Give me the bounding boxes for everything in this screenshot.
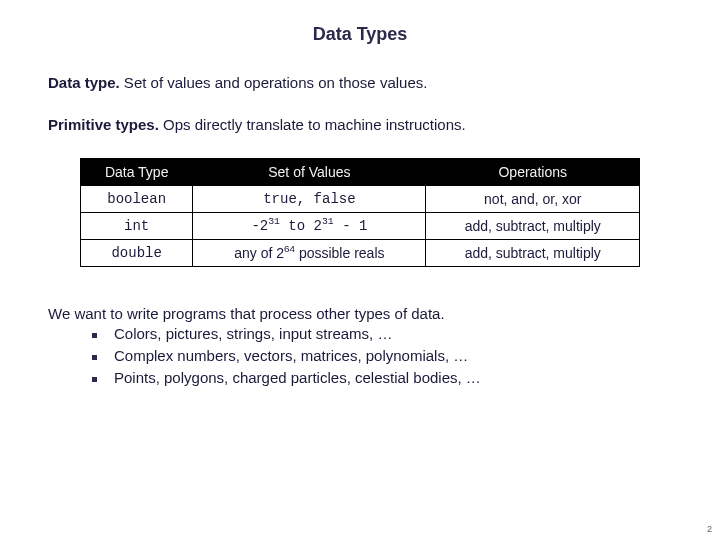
definition-line: Data type. Set of values and operations … [48,73,672,93]
cell-values: true, false [193,185,426,212]
primitive-line: Primitive types. Ops directly translate … [48,115,672,135]
definition-term: Data type. [48,74,120,91]
slide: Data Types Data type. Set of values and … [0,0,720,388]
table-header-row: Data Type Set of Values Operations [81,158,640,185]
cell-values: any of 264 possible reals [193,239,426,266]
col-datatype: Data Type [81,158,193,185]
want-lead: We want to write programs that process o… [48,305,672,322]
col-setvalues: Set of Values [193,158,426,185]
want-list: Colors, pictures, strings, input streams… [48,324,672,389]
page-number: 2 [707,524,712,534]
cell-type: double [81,239,193,266]
list-item: Colors, pictures, strings, input streams… [92,324,672,344]
definition-body: Set of values and operations on those va… [120,74,428,91]
table-body: boolean true, false not, and, or, xor in… [81,185,640,266]
cell-ops: add, subtract, multiply [426,212,640,239]
primitive-body: Ops directly translate to machine instru… [159,116,466,133]
slide-title: Data Types [48,24,672,45]
list-item: Complex numbers, vectors, matrices, poly… [92,346,672,366]
col-operations: Operations [426,158,640,185]
cell-type: int [81,212,193,239]
cell-ops: add, subtract, multiply [426,239,640,266]
table-row: double any of 264 possible reals add, su… [81,239,640,266]
primitive-term: Primitive types. [48,116,159,133]
table-row: boolean true, false not, and, or, xor [81,185,640,212]
cell-values: -231 to 231 - 1 [193,212,426,239]
cell-type: boolean [81,185,193,212]
table-row: int -231 to 231 - 1 add, subtract, multi… [81,212,640,239]
cell-ops: not, and, or, xor [426,185,640,212]
list-item: Points, polygons, charged particles, cel… [92,368,672,388]
types-table: Data Type Set of Values Operations boole… [80,158,640,267]
want-block: We want to write programs that process o… [48,305,672,389]
